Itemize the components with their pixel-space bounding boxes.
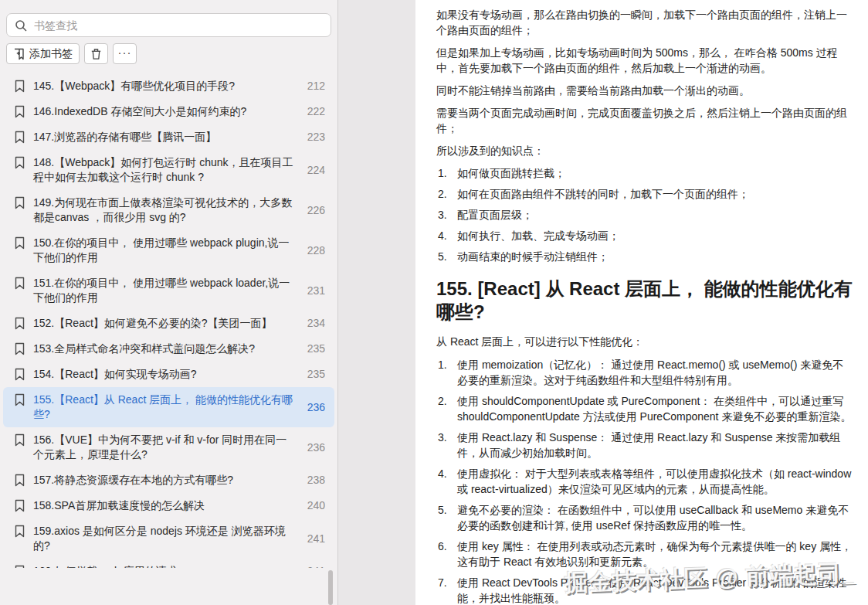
bookmark-search-box[interactable]: [6, 13, 331, 37]
bookmark-page-number: 226: [303, 203, 325, 218]
bookmark-icon: [14, 317, 25, 330]
bookmark-label: 152.【React】如何避免不必要的染?【美团一面】: [33, 316, 296, 331]
list-item: 1. 如何做页面跳转拦截；: [438, 165, 853, 181]
list-item: 4. 如何执行、加载、完成专场动画；: [438, 228, 853, 243]
paragraph: 需要当两个页面完成动画时间，完成页面覆盖切换之后，然后注销上一个路由页面的组件；: [436, 105, 853, 136]
list-item: 5. 避免不必要的渲染： 在函数组件中，可以使用 useCallback 和 u…: [438, 502, 853, 533]
document-content: 如果没有专场动画，那么在路由切换的一瞬间，加载下一个路由页面的组件，注销上一个路…: [415, 0, 868, 605]
bookmark-label: 156.【VUE】中为何不要把 v-if 和 v-for 同时用在同一个元素上，…: [33, 433, 296, 462]
bookmark-page-number: 231: [303, 284, 325, 298]
bookmark-item[interactable]: 156.【VUE】中为何不要把 v-if 和 v-for 同时用在同一个元素上，…: [3, 427, 334, 467]
top-paragraphs: 如果没有专场动画，那么在路由切换的一瞬间，加载下一个路由页面的组件，注销上一个路…: [436, 7, 853, 158]
list-item: 2. 如何在页面路由组件不跳转的同时，加载下一个页面的组件；: [438, 186, 853, 202]
add-bookmark-icon: [13, 48, 25, 60]
bookmark-label: 155.【React】从 React 层面上， 能做的性能优化有哪些?: [33, 393, 296, 422]
list-item: 4. 使用虚拟化： 对于大型列表或表格等组件，可以使用虚拟化技术（如 react…: [438, 466, 853, 497]
more-options-button[interactable]: ···: [113, 43, 137, 64]
bookmark-icon: [14, 277, 25, 290]
list-item-text: 动画结束的时候手动注销组件；: [457, 249, 853, 264]
bookmark-label: 147.浏览器的存储有哪些【腾讯一面】: [33, 130, 296, 144]
list-item-text: 配置页面层级；: [457, 207, 853, 223]
bookmark-icon: [14, 368, 25, 381]
bookmark-page-number: 236: [303, 440, 325, 455]
bookmark-search-input[interactable]: [34, 19, 323, 32]
search-icon: [15, 19, 27, 32]
list-item-number: 3.: [438, 207, 452, 223]
list-item-text: 使用 React DevTools Profiler： 使用 React Dev…: [457, 575, 853, 605]
list-item-number: 3.: [438, 430, 452, 461]
list-item: 7. 使用 React DevTools Profiler： 使用 React …: [438, 575, 853, 605]
bookmark-page-number: 240: [303, 498, 325, 513]
list-item: 3. 配置页面层级；: [438, 207, 853, 223]
add-bookmark-button[interactable]: 添加书签: [6, 43, 80, 64]
bookmark-item[interactable]: 158.SPA首屏加载速度慢的怎么解决 240: [3, 493, 334, 518]
bookmark-icon: [14, 105, 25, 118]
bookmark-item[interactable]: 150.在你的项目中， 使用过哪些 webpack plugin,说一下他们的作…: [3, 230, 334, 270]
list-item-text: 使用 key 属性： 在使用列表或动态元素时，确保为每个元素提供唯一的 key …: [457, 539, 853, 569]
bookmark-icon: [14, 131, 25, 144]
bookmark-page-number: 234: [303, 316, 325, 331]
bookmark-item[interactable]: 152.【React】如何避免不必要的染?【美团一面】 234: [3, 311, 334, 336]
bookmark-item[interactable]: 159.axios 是如何区分是 nodejs 环境还是 浏览器环境的? 241: [3, 518, 334, 559]
bookmark-icon: [14, 80, 25, 93]
bookmark-item[interactable]: 145.【Webpack】有哪些优化项目的手段? 212: [3, 73, 334, 99]
bookmark-item[interactable]: 160.如何拦截 web 应用的请求 241: [3, 559, 334, 568]
bookmark-item[interactable]: 149.为何现在市面上做表格渲染可视化技术的，大多数都是canvas ，而很少用…: [3, 190, 334, 230]
bookmark-item[interactable]: 147.浏览器的存储有哪些【腾讯一面】 223: [3, 124, 334, 150]
bookmark-item[interactable]: 151.在你的项目中， 使用过哪些 webpack loader,说一下他们的作…: [3, 270, 334, 311]
bookmark-label: 160.如何拦截 web 应用的请求: [33, 564, 296, 568]
bookmark-icon: [14, 236, 25, 250]
bookmark-item[interactable]: 157.将静态资源缓存在本地的方式有哪些? 238: [3, 467, 334, 493]
section-intro: 从 React 层面上，可以进行以下性能优化：: [436, 334, 853, 349]
bookmark-item[interactable]: 155.【React】从 React 层面上， 能做的性能优化有哪些? 236: [3, 387, 334, 427]
bookmark-page-number: 224: [303, 163, 325, 178]
bookmark-label: 159.axios 是如何区分是 nodejs 环境还是 浏览器环境的?: [33, 524, 296, 553]
list-item-number: 1.: [438, 165, 452, 181]
ellipsis-icon: ···: [118, 46, 132, 58]
list-item-text: 避免不必要的渲染： 在函数组件中，可以使用 useCallback 和 useM…: [457, 502, 853, 533]
bookmark-label: 151.在你的项目中， 使用过哪些 webpack loader,说一下他们的作…: [33, 276, 296, 305]
list-item: 1. 使用 memoization（记忆化）： 通过使用 React.memo(…: [438, 357, 853, 388]
bookmark-item[interactable]: 146.IndexedDB 存储空间大小是如何约束的? 222: [3, 99, 334, 124]
list-item-number: 2.: [438, 186, 452, 202]
delete-bookmark-button[interactable]: [84, 43, 108, 64]
bookmark-page-number: 241: [303, 564, 325, 568]
bookmark-icon: [14, 342, 25, 355]
bookmark-icon: [14, 565, 25, 568]
knowledge-point-list: 1. 如何做页面跳转拦截； 2. 如何在页面路由组件不跳转的同时，加载下一个页面…: [438, 165, 853, 264]
bookmark-label: 154.【React】如何实现专场动画?: [33, 367, 296, 382]
bookmark-item[interactable]: 153.全局样式命名冲突和样式盖问题怎么解决? 235: [3, 336, 334, 362]
sidebar-scrollbar-thumb[interactable]: [328, 570, 333, 605]
bookmark-list: 145.【Webpack】有哪些优化项目的手段? 212 146.Indexed…: [0, 73, 337, 568]
list-item-text: 使用 shouldComponentUpdate 或 PureComponent…: [457, 393, 853, 424]
bookmark-page-number: 238: [303, 473, 325, 488]
bookmark-item[interactable]: 148.【Webpack】如何打包运行时 chunk，且在项目工程中如何去加载这…: [3, 150, 334, 190]
list-item: 2. 使用 shouldComponentUpdate 或 PureCompon…: [438, 393, 853, 424]
bookmark-item[interactable]: 154.【React】如何实现专场动画? 235: [3, 362, 334, 387]
bookmark-label: 146.IndexedDB 存储空间大小是如何约束的?: [33, 104, 296, 119]
bookmark-icon: [14, 393, 25, 406]
bookmark-label: 148.【Webpack】如何打包运行时 chunk，且在项目工程中如何去加载这…: [33, 155, 296, 185]
list-item: 5. 动画结束的时候手动注销组件；: [438, 249, 853, 264]
bookmark-page-number: 235: [303, 342, 325, 356]
optimization-list: 1. 使用 memoization（记忆化）： 通过使用 React.memo(…: [438, 357, 853, 605]
paragraph: 同时不能注销掉当前路由，需要给当前路由加载一个渐出的动画。: [436, 83, 853, 98]
list-item-number: 5.: [438, 502, 452, 533]
document-page: 如果没有专场动画，那么在路由切换的一瞬间，加载下一个路由页面的组件，注销上一个路…: [415, 0, 868, 605]
paragraph: 但是如果加上专场动画，比如专场动画时间为 500ms，那么， 在咋合格 500m…: [436, 45, 853, 76]
bookmarks-sidebar: 添加书签 ··· 145.【Webpack: [0, 0, 338, 605]
list-item-text: 如何做页面跳转拦截；: [457, 165, 853, 181]
bookmark-page-number: 223: [303, 130, 325, 144]
bookmark-page-number: 228: [303, 243, 325, 258]
list-item-number: 1.: [438, 357, 452, 388]
list-item-text: 如何在页面路由组件不跳转的同时，加载下一个页面的组件；: [457, 186, 853, 202]
add-bookmark-label: 添加书签: [29, 47, 73, 61]
bookmark-page-number: 235: [303, 367, 325, 382]
bookmark-label: 149.为何现在市面上做表格渲染可视化技术的，大多数都是canvas ，而很少用…: [33, 195, 296, 225]
bookmark-icon: [14, 499, 25, 512]
bookmark-toolbar: 添加书签 ···: [6, 43, 331, 64]
list-item-number: 4.: [438, 466, 452, 497]
list-item: 3. 使用 React.lazy 和 Suspense： 通过使用 React.…: [438, 430, 853, 461]
bookmark-icon: [14, 433, 25, 447]
list-item-text: 使用虚拟化： 对于大型列表或表格等组件，可以使用虚拟化技术（如 react-wi…: [457, 466, 853, 497]
